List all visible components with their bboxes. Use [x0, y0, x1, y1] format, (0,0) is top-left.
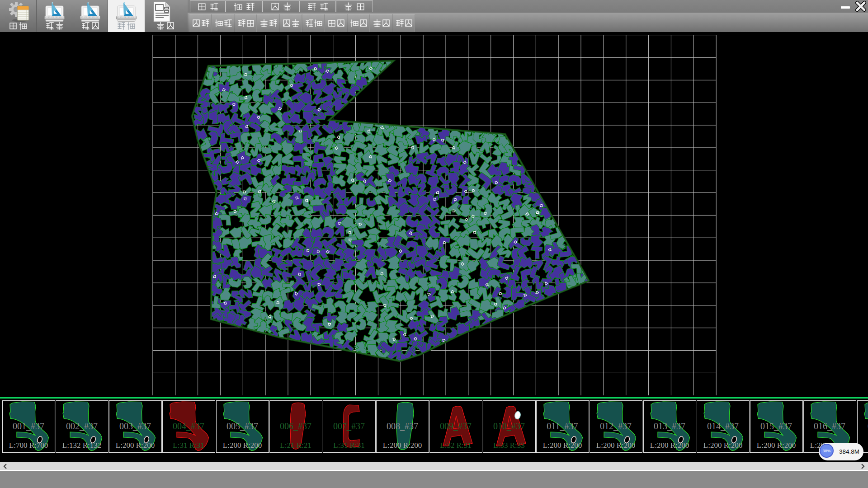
- svg-text:L:200 R:200: L:200 R:200: [650, 441, 689, 450]
- svg-text:L:200 R:200: L:200 R:200: [383, 441, 422, 450]
- svg-text:010_#37: 010_#37: [493, 421, 525, 431]
- svg-text:011_#37: 011_#37: [547, 421, 578, 431]
- svg-text:L:200 R:200: L:200 R:200: [703, 441, 742, 450]
- svg-text:003_#37: 003_#37: [119, 421, 151, 431]
- svg-text:013_#37: 013_#37: [654, 421, 685, 431]
- svg-text:L:32 R:31: L:32 R:31: [440, 441, 471, 450]
- svg-text:L:200 R:200: L:200 R:200: [596, 441, 635, 450]
- svg-text:005_#37: 005_#37: [226, 421, 258, 431]
- svg-text:012_#37: 012_#37: [600, 421, 632, 431]
- svg-text:001_#37: 001_#37: [13, 421, 44, 431]
- svg-text:L:200 R:200: L:200 R:200: [223, 441, 262, 450]
- svg-text:L:31 R:31: L:31 R:31: [173, 441, 204, 450]
- svg-text:L:200 R:200: L:200 R:200: [116, 441, 155, 450]
- svg-text:006_#37: 006_#37: [280, 421, 311, 431]
- svg-text:L:132 R:132: L:132 R:132: [62, 441, 101, 450]
- svg-text:016_#37: 016_#37: [814, 421, 845, 431]
- svg-text:014_#37: 014_#37: [707, 421, 739, 431]
- svg-text:L:200 R:200: L:200 R:200: [757, 441, 796, 450]
- svg-text:007_#37: 007_#37: [333, 421, 365, 431]
- svg-text:L:31 R:31: L:31 R:31: [333, 441, 364, 450]
- svg-text:L:21 R:21: L:21 R:21: [280, 441, 311, 450]
- svg-text:015_#37: 015_#37: [760, 421, 792, 431]
- svg-text:009_#37: 009_#37: [440, 421, 472, 431]
- svg-text:L:700 R:700: L:700 R:700: [9, 441, 48, 450]
- svg-text:L:200 R:200: L:200 R:200: [543, 441, 582, 450]
- svg-text:L:33 R:33: L:33 R:33: [493, 441, 524, 450]
- svg-text:004_#37: 004_#37: [173, 421, 204, 431]
- svg-text:002_#37: 002_#37: [66, 421, 98, 431]
- svg-text:008_#37: 008_#37: [387, 421, 418, 431]
